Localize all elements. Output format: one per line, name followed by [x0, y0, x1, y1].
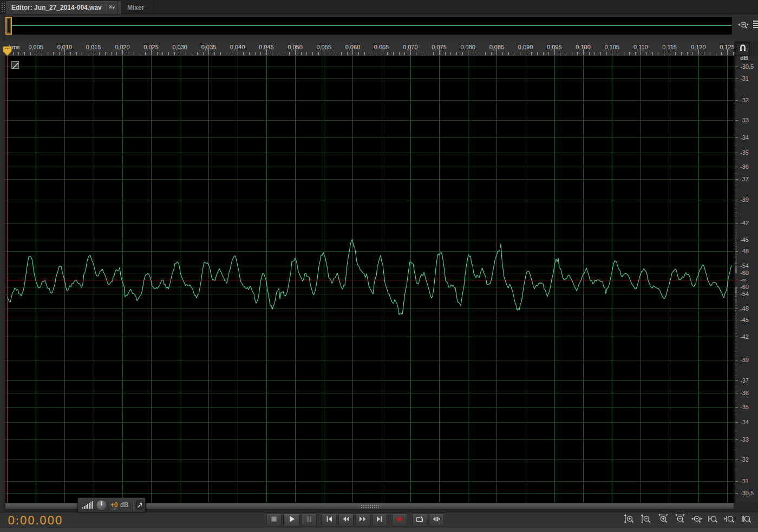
db-tick-label: -35	[740, 149, 749, 156]
db-tick	[735, 320, 738, 320]
db-tick	[735, 287, 738, 287]
zoom-to-selection-button[interactable]	[741, 514, 754, 527]
db-tick	[735, 240, 738, 240]
transport-stop-button[interactable]	[266, 514, 282, 527]
time-tick-label: 0,080	[460, 44, 475, 50]
amplitude-ruler[interactable]: dB -30,5-30,5-31-31-32-32-33-33-34-34-35…	[734, 56, 758, 503]
zoom-out-time-button[interactable]	[674, 514, 687, 527]
db-tick	[735, 212, 737, 213]
volume-knob[interactable]	[96, 500, 107, 511]
time-tick	[572, 52, 572, 55]
time-tick	[59, 52, 60, 55]
time-tick	[243, 52, 244, 55]
db-tick	[735, 347, 737, 348]
db-tick	[735, 185, 737, 185]
tab-editor[interactable]: Editor: Jun_27_2014-004.wav ▼	[5, 1, 121, 14]
db-tick-label: -31	[740, 75, 749, 82]
db-tick	[735, 431, 737, 431]
time-tick	[111, 52, 112, 55]
time-tick	[520, 52, 520, 55]
time-tick	[664, 52, 664, 55]
zoom-in-time-button[interactable]	[657, 514, 670, 527]
time-tick-label: 0,075	[432, 44, 447, 50]
transport-play-button[interactable]	[283, 514, 300, 527]
tab-close-icon[interactable]: ×	[106, 3, 115, 11]
panel-menu-icon[interactable]	[753, 21, 758, 28]
bottom-status-strip	[0, 528, 758, 532]
clip-gain-icon[interactable]	[11, 61, 19, 69]
waveform-editor-panel	[5, 56, 734, 503]
db-tick	[735, 67, 738, 67]
db-tick-label: -30,5	[740, 63, 754, 70]
time-tick	[422, 52, 422, 55]
db-tick	[735, 173, 737, 174]
transport-fast-forward-button[interactable]	[355, 514, 370, 527]
tab-mixer[interactable]: Mixer	[117, 1, 154, 14]
overview-zoom-icon[interactable]	[736, 19, 750, 32]
db-tick	[735, 261, 737, 261]
time-tick	[260, 52, 261, 55]
pod-pin-button[interactable]	[136, 501, 143, 509]
zoom-out-amplitude-button[interactable]	[640, 514, 653, 527]
time-tick	[278, 52, 278, 55]
loop-playback-icon	[415, 515, 424, 526]
transport-record-button[interactable]	[392, 514, 407, 527]
time-tick	[681, 52, 682, 55]
transport-pause-button[interactable]	[302, 514, 317, 527]
db-tick	[735, 120, 738, 121]
time-tick	[456, 52, 457, 55]
time-tick	[341, 52, 342, 55]
time-tick	[629, 52, 630, 55]
time-tick	[589, 52, 590, 55]
db-tick	[735, 293, 737, 294]
overview-view-handle[interactable]	[5, 17, 12, 35]
gain-value[interactable]: +0	[110, 501, 118, 509]
time-tick	[600, 52, 601, 55]
transport-skip-to-end-button[interactable]	[372, 514, 387, 527]
db-tick	[735, 292, 737, 293]
snap-toggle-button[interactable]	[735, 42, 750, 56]
time-tick-label: 0,060	[345, 44, 361, 50]
time-tick	[560, 52, 560, 55]
db-tick-label: -36	[740, 390, 749, 396]
time-tick	[692, 52, 693, 55]
record-icon	[395, 515, 404, 526]
zoom-to-out-point-button[interactable]	[724, 514, 737, 527]
time-tick-label: 0,085	[489, 44, 505, 50]
waveform-overview[interactable]	[5, 17, 732, 35]
db-tick	[735, 223, 738, 224]
timeline-ruler[interactable]: hms 0,0050,0100,0150,0200,0250,0300,0350…	[0, 41, 734, 56]
scrollbar-grip[interactable]	[361, 504, 379, 509]
transport-loop-playback-button[interactable]	[412, 514, 427, 527]
time-tick	[42, 52, 42, 55]
volume-pod: +0 dB	[77, 497, 146, 513]
db-tick	[735, 307, 737, 307]
transport-skip-selection-button[interactable]	[429, 514, 444, 527]
waveform-canvas[interactable]	[5, 56, 734, 503]
fast-forward-icon	[358, 515, 367, 526]
db-tick	[735, 312, 737, 312]
zoom-to-in-point-button[interactable]	[707, 514, 720, 527]
time-tick	[450, 52, 451, 55]
db-tick	[735, 232, 737, 233]
db-tick	[735, 292, 737, 292]
time-tick	[157, 52, 158, 55]
db-tick	[735, 393, 738, 393]
playhead-marker[interactable]	[3, 46, 12, 56]
db-tick-label: -60	[740, 284, 749, 290]
time-tick-label: 0,030	[172, 44, 187, 50]
panel-grip[interactable]	[1, 2, 5, 12]
skip-to-start-icon	[325, 515, 334, 526]
transport-skip-to-start-button[interactable]	[322, 514, 337, 527]
db-tick-label: -48	[740, 305, 749, 312]
transport-rewind-button[interactable]	[338, 514, 354, 527]
time-tick	[537, 52, 538, 55]
db-tick	[735, 160, 737, 160]
time-tick	[30, 52, 31, 55]
zoom-in-amplitude-button[interactable]	[623, 514, 636, 527]
db-tick	[735, 351, 737, 352]
zoom-out-full-button[interactable]	[690, 514, 703, 527]
db-tick	[735, 304, 737, 304]
time-tick	[284, 52, 284, 55]
time-display[interactable]: 0:00.000	[8, 514, 63, 528]
